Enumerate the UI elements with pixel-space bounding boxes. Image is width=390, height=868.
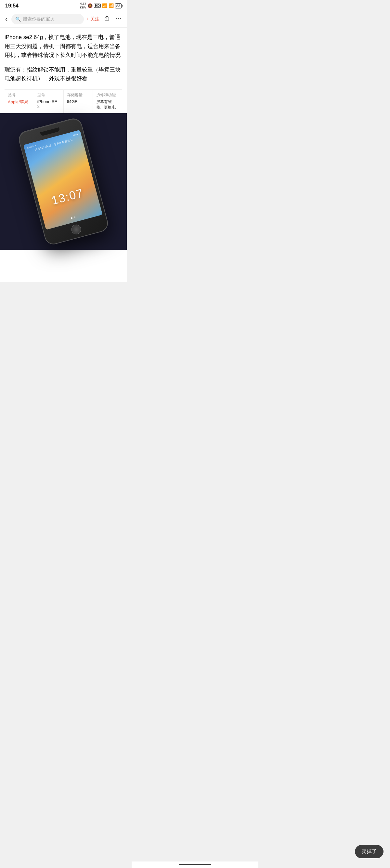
spec-model-value: iPhone SE 2 bbox=[37, 99, 60, 109]
network-speed: 0.63 KB/s bbox=[80, 2, 86, 9]
wifi-icon: 📶 bbox=[108, 3, 114, 8]
status-bar: 19:54 0.63 KB/s 🔕 HD 📶 📶 83 bbox=[0, 0, 127, 11]
nav-bar: ‹ 🔍 搜索你要的宝贝 + 关注 ··· bbox=[0, 11, 127, 28]
status-time: 19:54 bbox=[5, 3, 19, 9]
search-placeholder: 搜索你要的宝贝 bbox=[23, 16, 55, 22]
share-button[interactable] bbox=[102, 13, 112, 25]
search-bar[interactable]: 🔍 搜索你要的宝贝 bbox=[11, 14, 84, 24]
product-content: iPhone se2 64g，换了电池，现在是三电，普通用三天没问题，待机一周都… bbox=[0, 28, 127, 113]
follow-button[interactable]: + 关注 bbox=[87, 16, 99, 22]
app-container: 19:54 0.63 KB/s 🔕 HD 📶 📶 83 ‹ 🔍 搜索你要的宝贝 … bbox=[0, 0, 127, 282]
spec-brand-value[interactable]: Apple/苹果 bbox=[8, 99, 31, 105]
spec-brand: 品牌 Apple/苹果 bbox=[5, 90, 34, 113]
spec-storage-label: 存储容量 bbox=[67, 92, 90, 98]
spec-storage: 存储容量 64GB bbox=[64, 90, 93, 113]
hd-badge: HD bbox=[94, 4, 100, 8]
phone-device: 无SIM卡 ✦ 94% ■ 12月22日周日 · 甲辰年冬月廿二 13:07 bbox=[17, 117, 110, 246]
spec-repair: 拆修和功能 屏幕有维修、更换电 bbox=[93, 90, 122, 113]
back-button[interactable]: ‹ bbox=[4, 14, 9, 25]
follow-label: + 关注 bbox=[87, 16, 99, 22]
search-icon: 🔍 bbox=[15, 17, 21, 22]
page-dots bbox=[44, 209, 101, 226]
spec-repair-value: 屏幕有维修、更换电 bbox=[96, 99, 119, 110]
spec-repair-label: 拆修和功能 bbox=[96, 92, 119, 98]
spec-model: 型号 iPhone SE 2 bbox=[34, 90, 64, 113]
spec-model-label: 型号 bbox=[37, 92, 60, 98]
phone-home-button bbox=[70, 224, 82, 236]
product-defects: 瑕疵有：指纹解锁不能用，重量较重（毕竟三块电池超长待机），外观不是很好看 bbox=[5, 65, 122, 83]
phone-screen: 无SIM卡 ✦ 94% ■ 12月22日周日 · 甲辰年冬月廿二 13:07 bbox=[23, 130, 103, 230]
status-icons: 0.63 KB/s 🔕 HD 📶 📶 83 bbox=[80, 2, 122, 9]
phone-time: 13:07 bbox=[37, 183, 98, 211]
phone-notch bbox=[40, 127, 60, 136]
signal-icon: 📶 bbox=[102, 3, 107, 8]
specs-table: 品牌 Apple/苹果 型号 iPhone SE 2 存储容量 64GB 拆修和… bbox=[5, 89, 122, 113]
battery-indicator: 83 bbox=[115, 3, 122, 8]
product-image: 无SIM卡 ✦ 94% ■ 12月22日周日 · 甲辰年冬月廿二 13:07 bbox=[0, 113, 127, 250]
spec-brand-label: 品牌 bbox=[8, 92, 31, 98]
more-button[interactable]: ··· bbox=[115, 14, 123, 24]
spec-storage-value: 64GB bbox=[67, 99, 90, 104]
mute-icon: 🔕 bbox=[88, 3, 93, 8]
product-description: iPhone se2 64g，换了电池，现在是三电，普通用三天没问题，待机一周都… bbox=[5, 33, 122, 60]
